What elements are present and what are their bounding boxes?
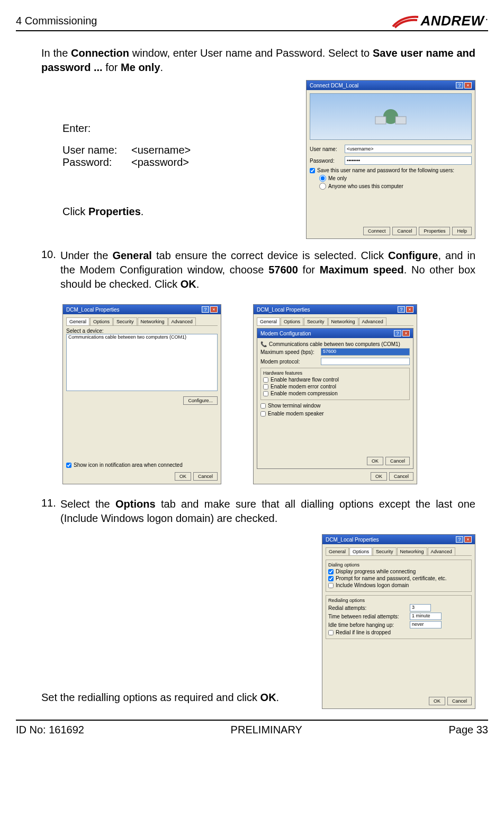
credentials-text: Enter: User name:<username> Password:<pa…: [41, 80, 191, 239]
idle-time-select[interactable]: never: [410, 621, 442, 628]
cancel-button[interactable]: Cancel: [392, 227, 417, 235]
tab-security[interactable]: Security: [373, 547, 397, 555]
close-icon[interactable]: ×: [402, 330, 410, 336]
tab-general[interactable]: General: [257, 317, 280, 325]
show-terminal-checkbox[interactable]: [260, 403, 266, 409]
close-icon[interactable]: ×: [210, 306, 218, 313]
max-speed-select[interactable]: 57600: [321, 348, 410, 356]
select-device-label: Select a device:: [66, 328, 218, 334]
tab-advanced[interactable]: Advanced: [428, 547, 455, 555]
speaker-checkbox[interactable]: [260, 411, 266, 416]
cancel-button[interactable]: Cancel: [447, 697, 472, 705]
tab-advanced[interactable]: Advanced: [359, 317, 386, 325]
tab-security[interactable]: Security: [113, 317, 137, 325]
help-icon[interactable]: ?: [394, 330, 401, 336]
close-icon[interactable]: ×: [406, 306, 413, 313]
ok-button[interactable]: OK: [367, 457, 383, 465]
doc-id: ID No: 161692: [16, 724, 84, 736]
ok-button[interactable]: OK: [429, 697, 445, 705]
step-10: 10. Under the General tab ensure the cor…: [41, 249, 475, 295]
cancel-button[interactable]: Cancel: [385, 457, 410, 465]
ok-button[interactable]: OK: [371, 472, 387, 481]
password-input[interactable]: [345, 156, 472, 165]
modem-error-checkbox[interactable]: [263, 384, 268, 389]
show-icon-checkbox[interactable]: [66, 463, 71, 468]
save-credentials-checkbox[interactable]: [310, 168, 315, 173]
properties-options-dialog: DCM_Local Properties ?× General Options …: [322, 534, 475, 709]
brand-logo: ANDREW .: [392, 13, 488, 29]
time-between-select[interactable]: 1 minute: [410, 613, 442, 620]
cancel-button[interactable]: Cancel: [389, 472, 413, 481]
properties-general-dialog: DCM_Local Properties ?× General Options …: [62, 304, 221, 484]
username-label: User name:: [310, 146, 341, 152]
me-only-radio[interactable]: [319, 175, 326, 182]
password-label: Password:: [310, 158, 341, 164]
close-icon[interactable]: ×: [464, 82, 472, 88]
help-icon[interactable]: ?: [456, 536, 463, 543]
connection-hero-image: [310, 93, 472, 140]
help-button[interactable]: Help: [452, 227, 472, 235]
help-icon[interactable]: ?: [456, 82, 463, 88]
tab-options[interactable]: Options: [349, 547, 372, 555]
page-header: 4 Commissioning ANDREW .: [16, 13, 488, 31]
cancel-button[interactable]: Cancel: [193, 472, 218, 481]
logon-domain-checkbox[interactable]: [328, 583, 334, 588]
chapter-title: 4 Commissioning: [16, 15, 97, 29]
anyone-radio[interactable]: [319, 183, 326, 190]
properties-button[interactable]: Properties: [419, 227, 450, 235]
red-swoosh-icon: [392, 14, 419, 29]
hw-flow-checkbox[interactable]: [263, 377, 268, 383]
logo-text: ANDREW: [420, 13, 484, 29]
redial-attempts-input[interactable]: 3: [410, 604, 431, 612]
modem-icon: 📞: [260, 341, 267, 347]
display-progress-checkbox[interactable]: [328, 569, 334, 574]
tab-general[interactable]: General: [326, 547, 349, 555]
connect-button[interactable]: Connect: [363, 227, 391, 235]
protocol-select[interactable]: [321, 358, 410, 365]
dialog-titlebar: Connect DCM_Local ? ×: [307, 81, 475, 90]
configure-button[interactable]: Configure...: [183, 396, 218, 405]
prompt-name-checkbox[interactable]: [328, 576, 334, 581]
svg-rect-1: [375, 117, 386, 124]
username-input[interactable]: [345, 145, 472, 153]
step-11: 11. Select the Options tab and make sure…: [41, 497, 475, 529]
page-number: Page 33: [448, 724, 488, 736]
tab-networking[interactable]: Networking: [328, 317, 358, 325]
tab-options[interactable]: Options: [90, 317, 113, 325]
tab-networking[interactable]: Networking: [397, 547, 427, 555]
connect-dialog: Connect DCM_Local ? × User name:: [306, 80, 475, 239]
tab-general[interactable]: General: [66, 317, 89, 325]
close-icon[interactable]: ×: [464, 536, 472, 543]
tab-networking[interactable]: Networking: [138, 317, 168, 325]
help-icon[interactable]: ?: [202, 306, 209, 313]
modem-config-dialog: DCM_Local Properties ?× General Options …: [253, 304, 417, 484]
tabs: General Options Security Networking Adva…: [66, 317, 218, 326]
tab-advanced[interactable]: Advanced: [168, 317, 196, 325]
device-select[interactable]: Communications cable between two compute…: [66, 334, 218, 391]
intro-paragraph: In the Connection window, enter User nam…: [41, 46, 475, 75]
ok-button[interactable]: OK: [175, 472, 191, 481]
modem-compress-checkbox[interactable]: [263, 391, 268, 396]
redial-dropped-checkbox[interactable]: [328, 630, 334, 635]
page-footer: ID No: 161692 PRELIMINARY Page 33: [16, 720, 488, 736]
options-footer-text: Set the redialling options as required a…: [41, 534, 311, 709]
doc-status: PRELIMINARY: [231, 724, 302, 736]
svg-rect-2: [395, 117, 406, 124]
tab-security[interactable]: Security: [304, 317, 328, 325]
logo-dot: .: [485, 11, 488, 23]
help-icon[interactable]: ?: [398, 306, 405, 313]
tab-options[interactable]: Options: [281, 317, 303, 325]
